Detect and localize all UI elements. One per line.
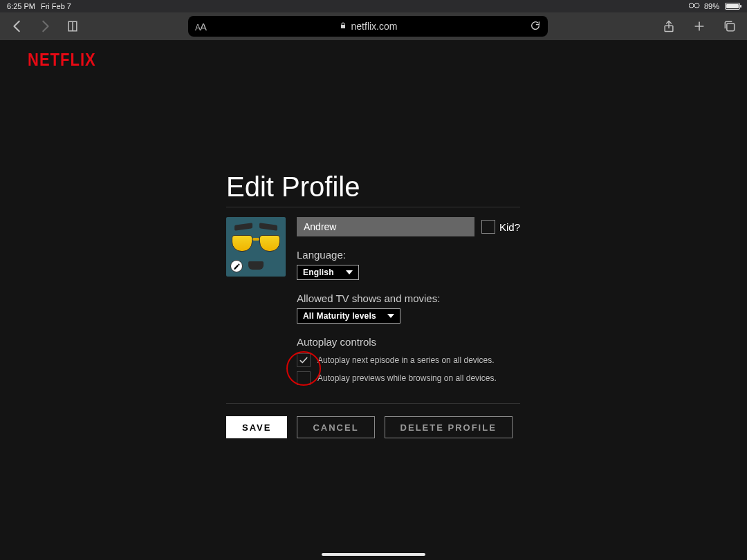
divider [226, 207, 520, 207]
save-button[interactable]: SAVE [226, 416, 287, 438]
autoplay-controls: Autoplay controls Autoplay next episode … [297, 336, 520, 385]
language-label: Language: [297, 249, 520, 261]
status-time: 6:25 PM [7, 2, 35, 10]
autoplay-previews-label: Autoplay previews while browsing on all … [317, 373, 497, 383]
svg-rect-5 [727, 24, 735, 31]
new-tab-button[interactable] [692, 19, 707, 34]
language-value: English [303, 268, 334, 277]
edit-profile-panel: Edit Profile Kid? Language [226, 171, 520, 438]
tabs-button[interactable] [722, 19, 737, 34]
kid-label: Kid? [499, 221, 520, 233]
ipad-status-bar: 6:25 PM Fri Feb 7 89% [0, 0, 747, 12]
browser-toolbar: AA netflix.com [0, 12, 747, 40]
reload-button[interactable] [530, 20, 541, 33]
chevron-down-icon [387, 314, 394, 318]
page-title: Edit Profile [226, 171, 520, 203]
svg-rect-0 [689, 3, 694, 8]
profile-avatar[interactable] [226, 217, 286, 277]
battery-percent: 89% [704, 2, 719, 10]
netflix-logo[interactable]: NETFLIX [28, 50, 96, 71]
share-button[interactable] [661, 19, 676, 34]
kid-checkbox[interactable] [481, 220, 495, 234]
url-host: netflix.com [351, 21, 398, 32]
autoplay-next-episode-checkbox[interactable] [297, 353, 311, 367]
maturity-select[interactable]: All Maturity levels [297, 308, 400, 324]
forward-button[interactable] [37, 19, 53, 34]
home-indicator [322, 553, 425, 556]
autoplay-next-episode-label: Autoplay next episode in a series on all… [317, 355, 495, 365]
svg-rect-1 [694, 3, 699, 8]
bookmarks-button[interactable] [65, 19, 80, 34]
chevron-down-icon [346, 270, 353, 274]
reader-text-size-button[interactable]: AA [195, 21, 206, 32]
privacy-icon [689, 2, 700, 10]
divider [226, 403, 520, 404]
maturity-label: Allowed TV shows and movies: [297, 292, 520, 304]
address-bar[interactable]: AA netflix.com [188, 16, 548, 37]
status-date: Fri Feb 7 [41, 2, 71, 10]
cancel-button[interactable]: CANCEL [297, 416, 374, 438]
battery-icon [723, 3, 740, 10]
edit-avatar-button[interactable] [230, 260, 243, 272]
maturity-value: All Maturity levels [303, 311, 376, 321]
autoplay-label: Autoplay controls [297, 336, 520, 348]
lock-icon [339, 21, 347, 32]
delete-profile-button[interactable]: DELETE PROFILE [385, 416, 513, 438]
page-content: NETFLIX Edit Profile Kid? [0, 40, 747, 560]
back-button[interactable] [10, 19, 25, 34]
profile-name-input[interactable] [297, 217, 474, 236]
language-select[interactable]: English [297, 265, 359, 280]
autoplay-previews-checkbox[interactable] [297, 371, 311, 385]
